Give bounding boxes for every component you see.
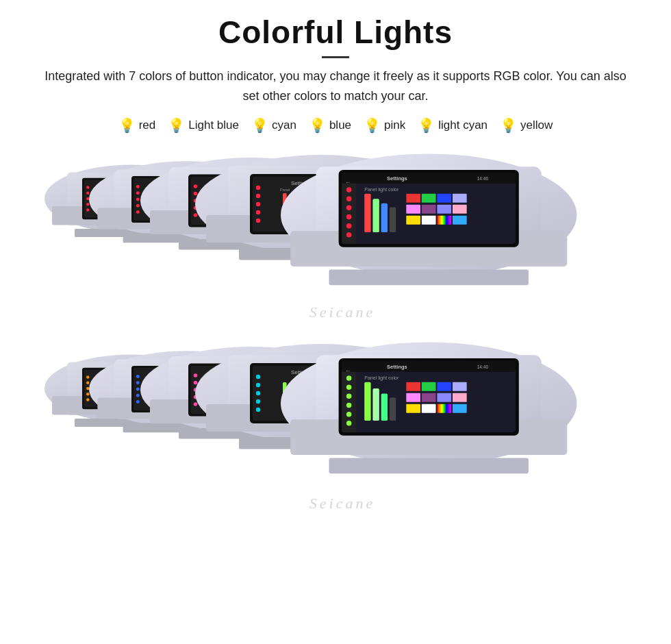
svg-rect-193 (422, 393, 436, 401)
svg-rect-96 (437, 204, 451, 213)
svg-rect-98 (406, 215, 420, 224)
color-label-lightcyan: light cyan (438, 119, 488, 132)
bulb-icon-red: 💡 (118, 117, 136, 134)
color-label-yellow: yellow (520, 119, 553, 132)
svg-rect-92 (437, 193, 451, 202)
svg-rect-198 (437, 404, 451, 412)
top-car-row: Settings Panel (21, 147, 664, 336)
svg-point-61 (256, 218, 260, 222)
svg-rect-95 (422, 204, 436, 213)
svg-point-181 (346, 412, 352, 417)
color-item-blue: 💡 blue (309, 117, 351, 134)
title-divider (322, 56, 349, 58)
svg-rect-197 (422, 404, 436, 412)
svg-rect-192 (406, 393, 420, 401)
watermark-top: Seicane (309, 304, 375, 321)
svg-point-141 (194, 380, 198, 384)
svg-rect-91 (422, 193, 436, 202)
svg-rect-169 (329, 458, 529, 473)
svg-point-109 (86, 381, 89, 384)
svg-point-179 (346, 393, 352, 399)
bottom-car-row: Settings Settings (21, 336, 664, 528)
svg-rect-189 (422, 382, 436, 391)
svg-point-80 (346, 196, 352, 201)
svg-point-110 (86, 386, 89, 389)
svg-rect-74 (342, 173, 516, 183)
svg-point-9 (86, 203, 89, 206)
color-label-lightblue: Light blue (188, 119, 239, 132)
svg-rect-71 (329, 269, 529, 285)
svg-point-81 (346, 205, 352, 210)
svg-point-182 (346, 421, 352, 426)
svg-point-25 (136, 197, 140, 201)
page-wrapper: Colorful Lights Integrated with 7 colors… (0, 0, 671, 541)
svg-rect-196 (406, 404, 420, 412)
svg-point-10 (86, 208, 89, 211)
svg-rect-172 (342, 361, 516, 371)
subtitle-text: Integrated with 7 colors of button indic… (41, 66, 630, 106)
svg-point-156 (256, 374, 260, 378)
color-item-red: 💡 red (118, 117, 156, 134)
svg-point-159 (256, 399, 260, 403)
svg-rect-94 (406, 204, 420, 213)
svg-rect-187 (390, 397, 396, 421)
svg-point-126 (136, 387, 140, 391)
svg-point-112 (86, 398, 89, 401)
color-indicators: 💡 red 💡 Light blue 💡 cyan 💡 blue 💡 pink … (21, 117, 650, 134)
bulb-icon-lightblue: 💡 (168, 117, 185, 134)
svg-text:14:40: 14:40 (477, 364, 489, 369)
svg-rect-86 (364, 193, 370, 232)
bulb-icon-yellow: 💡 (500, 117, 517, 134)
color-item-yellow: 💡 yellow (500, 117, 553, 134)
color-item-pink: 💡 pink (364, 117, 405, 134)
svg-rect-185 (372, 388, 379, 421)
svg-point-108 (86, 375, 89, 378)
svg-point-7 (86, 191, 89, 194)
svg-point-27 (136, 210, 140, 214)
color-label-pink: pink (384, 119, 405, 132)
svg-text:Panel light color: Panel light color (364, 187, 399, 193)
svg-point-60 (256, 210, 260, 214)
bottom-row-svg: Settings Settings (21, 336, 664, 528)
svg-text:Panel: Panel (280, 187, 290, 191)
svg-point-127 (136, 393, 140, 397)
bulb-icon-pink: 💡 (364, 117, 381, 134)
svg-point-144 (194, 402, 198, 406)
svg-rect-184 (364, 382, 370, 420)
svg-point-178 (346, 384, 352, 390)
svg-point-160 (256, 407, 260, 411)
svg-point-24 (136, 191, 140, 195)
watermark-bottom: Seicane (309, 495, 375, 512)
svg-text:Panel light color: Panel light color (364, 375, 399, 381)
color-item-lightcyan: 💡 light cyan (418, 117, 488, 134)
svg-point-157 (256, 382, 260, 386)
svg-rect-90 (406, 193, 420, 202)
svg-point-83 (346, 223, 352, 229)
svg-rect-93 (453, 193, 467, 202)
svg-rect-194 (437, 393, 451, 401)
svg-point-111 (86, 393, 89, 395)
color-label-cyan: cyan (272, 119, 296, 132)
svg-rect-186 (381, 393, 388, 420)
page-title: Colorful Lights (21, 14, 650, 51)
svg-point-79 (346, 187, 352, 193)
svg-text:14:40: 14:40 (477, 176, 489, 181)
svg-rect-190 (437, 382, 451, 391)
svg-point-41 (194, 191, 198, 195)
svg-rect-101 (453, 215, 467, 224)
svg-point-125 (136, 381, 140, 384)
svg-point-23 (136, 185, 140, 188)
svg-point-180 (346, 402, 352, 408)
svg-rect-99 (422, 215, 436, 224)
svg-point-140 (194, 373, 198, 377)
svg-rect-188 (406, 382, 420, 391)
top-row-svg: Settings Panel (21, 147, 664, 336)
svg-point-177 (346, 375, 352, 381)
svg-rect-87 (372, 199, 379, 232)
svg-text:Settings: Settings (387, 364, 407, 370)
svg-point-40 (194, 184, 198, 188)
svg-point-124 (136, 375, 140, 378)
svg-rect-191 (453, 382, 467, 391)
svg-point-6 (86, 186, 89, 188)
svg-point-82 (346, 214, 352, 219)
